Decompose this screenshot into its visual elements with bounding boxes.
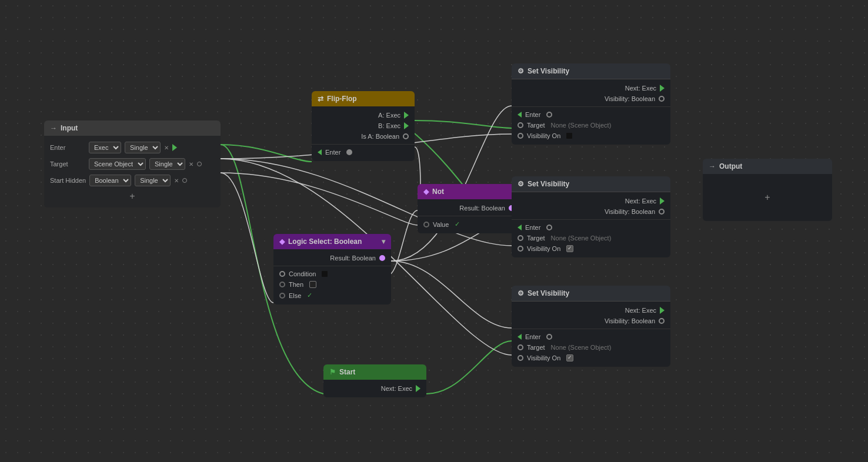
- conn-input-starthidden-not: [221, 173, 418, 225]
- not-value-label: Value: [433, 221, 449, 228]
- input-row-target: Target Scene Object Single ✕: [44, 156, 221, 172]
- start-body: Next: Exec: [323, 380, 426, 397]
- output-title: Output: [719, 162, 742, 170]
- start-title: Start: [339, 368, 355, 376]
- logicselect-dropdown-icon[interactable]: ▾: [382, 237, 385, 246]
- setvis3-visibilityon-value[interactable]: [566, 354, 573, 361]
- setvis2-visibilityon-value[interactable]: [566, 245, 573, 252]
- starthidden-type-select[interactable]: Boolean: [89, 175, 131, 186]
- not-header: ◆ Not: [418, 184, 520, 199]
- setvis2-target-input-port: [518, 235, 523, 241]
- start-header: ⚑ Start: [323, 364, 426, 380]
- setvis1-gear-icon: ⚙: [518, 67, 524, 75]
- enter-mode-select[interactable]: Single: [125, 142, 161, 153]
- setvis3-target-row: Target None (Scene Object): [512, 342, 670, 353]
- target-remove-btn[interactable]: ✕: [189, 161, 193, 168]
- setvis2-vis-port: [659, 209, 665, 215]
- logicselect-body: Result: Boolean Condition Then Else ✓: [273, 249, 391, 304]
- setvis1-visibilityon-value[interactable]: [566, 133, 572, 139]
- target-type-select[interactable]: Scene Object: [89, 158, 146, 170]
- setvis2-body: Next: Exec Visibility: Boolean Enter Tar…: [512, 192, 670, 257]
- flipflop-b-row: B: Exec: [312, 120, 415, 131]
- start-node: ⚑ Start Next: Exec: [323, 364, 426, 397]
- flipflop-a-label: A: Exec: [378, 112, 400, 119]
- logicselect-header: ◆ Logic Select: Boolean ▾: [273, 234, 391, 249]
- setvis1-visibilityon-port: [518, 133, 523, 139]
- enter-exec-port: [172, 144, 177, 151]
- logicselect-then-value[interactable]: [309, 281, 316, 288]
- output-body: +: [703, 174, 832, 221]
- setvis2-enter-port: [546, 225, 552, 230]
- setvis2-gear-icon: ⚙: [518, 180, 524, 188]
- setvis2-title: Set Visibility: [528, 180, 569, 188]
- flipflop-isa-label: Is A: Boolean: [361, 133, 399, 140]
- setvis3-body: Next: Exec Visibility: Boolean Enter Tar…: [512, 302, 670, 367]
- logicselect-else-check: ✓: [307, 292, 312, 299]
- input-row-enter: Enter Exec Single ✕: [44, 139, 221, 156]
- not-result-label: Result: Boolean: [459, 205, 505, 212]
- setvis2-vis-row: Visibility: Boolean: [512, 206, 670, 217]
- output-add-btn[interactable]: +: [762, 190, 772, 205]
- setvis3-visibilityon-label: Visibility On: [527, 354, 560, 361]
- setvis2-vis-label: Visibility: Boolean: [605, 208, 655, 215]
- setvis3-visibilityon-row: Visibility On: [512, 353, 670, 363]
- setvis3-target-input-port: [518, 344, 523, 350]
- setvis1-enter-row: Enter: [512, 109, 670, 120]
- output-header: → Output: [703, 159, 832, 174]
- logicselect-condition-label: Condition: [289, 270, 316, 277]
- setvis3-vis-port: [659, 318, 665, 324]
- enter-remove-btn[interactable]: ✕: [164, 145, 169, 151]
- target-mode-select[interactable]: Single: [149, 158, 185, 170]
- conn-input-starthidden-else: [221, 173, 273, 303]
- setvis2-visibilityon-label: Visibility On: [527, 245, 560, 252]
- setvis2-visibilityon-port: [518, 246, 523, 252]
- enter-type-select[interactable]: Exec: [89, 142, 121, 153]
- logicselect-else-row: Else ✓: [273, 290, 391, 301]
- flipflop-enter-arrow: [318, 149, 322, 155]
- not-value-port: [423, 222, 429, 227]
- conn-flipflop-a-setvis1: [415, 120, 512, 128]
- setvis3-next-row: Next: Exec: [512, 305, 670, 316]
- setvis1-visibilityon-row: Visibility On: [512, 130, 670, 141]
- flipflop-b-port: [404, 122, 409, 129]
- input-node-header: → Input: [44, 120, 221, 136]
- setvis2-enter-label: Enter: [525, 224, 540, 231]
- input-add-btn[interactable]: +: [44, 189, 221, 204]
- flipflop-enter-label: Enter: [325, 149, 340, 156]
- setvis1-target-value: None (Scene Object): [551, 122, 612, 129]
- flipflop-isa-row: Is A: Boolean: [312, 131, 415, 142]
- not-title: Not: [432, 188, 444, 196]
- target-label: Target: [50, 160, 85, 168]
- input-row-starthidden: Start Hidden Boolean Single ✕: [44, 172, 221, 189]
- conn-not-logicselect: [388, 210, 418, 275]
- output-node: → Output +: [703, 159, 832, 221]
- logicselect-node: ◆ Logic Select: Boolean ▾ Result: Boolea…: [273, 234, 391, 304]
- setvis1-vis-port: [659, 96, 665, 102]
- not-icon: ◆: [423, 188, 429, 196]
- setvis1-header: ⚙ Set Visibility: [512, 63, 670, 79]
- start-flag-icon: ⚑: [329, 368, 336, 376]
- logicselect-condition-port: [279, 271, 285, 277]
- setvis1-next-port: [660, 85, 665, 92]
- setvis3-enter-row: Enter: [512, 332, 670, 342]
- setvis2-visibilityon-row: Visibility On: [512, 243, 670, 254]
- node-canvas[interactable]: → Input Enter Exec Single ✕ Target Scene…: [0, 0, 868, 462]
- logicselect-condition-value[interactable]: [322, 271, 328, 277]
- start-next-port: [416, 385, 420, 392]
- flipflop-enter-port: [346, 149, 352, 155]
- setvis3-target-label: Target: [527, 344, 545, 351]
- flipflop-isa-port: [403, 133, 409, 139]
- setvis3-next-label: Next: Exec: [625, 307, 656, 314]
- setvis3-vis-label: Visibility: Boolean: [605, 317, 655, 324]
- setvis3-enter-label: Enter: [525, 333, 540, 340]
- setvis2-header: ⚙ Set Visibility: [512, 176, 670, 192]
- input-node: → Input Enter Exec Single ✕ Target Scene…: [44, 120, 221, 207]
- setvis2-target-label: Target: [527, 235, 545, 242]
- start-next-label: Next: Exec: [381, 385, 412, 392]
- flipflop-a-row: A: Exec: [312, 110, 415, 120]
- setvis1-enter-port: [546, 112, 552, 118]
- starthidden-mode-select[interactable]: Single: [135, 175, 171, 186]
- starthidden-remove-btn[interactable]: ✕: [174, 178, 179, 184]
- logicselect-icon: ◆: [279, 237, 285, 246]
- flipflop-icon: ⇄: [318, 95, 323, 103]
